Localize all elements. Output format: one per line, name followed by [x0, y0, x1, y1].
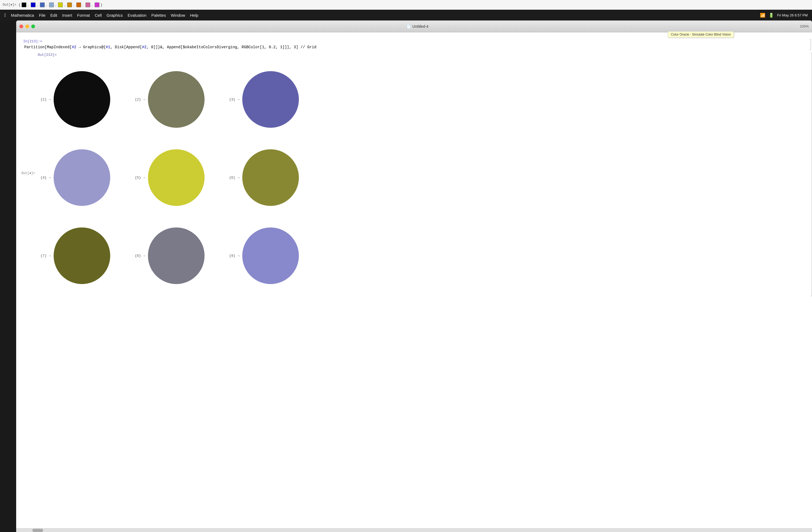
output-cell: Out[♦]= Out[213]= {1} → {2} →: [16, 53, 812, 296]
circle-label-1: {1} →: [40, 98, 51, 102]
mathematica-menu[interactable]: Mathematica: [11, 13, 34, 17]
circle-label-3: {3} →: [229, 98, 240, 102]
apple-icon: : [4, 12, 6, 18]
swatch-sep: ,: [73, 3, 75, 7]
output-content: Out[213]= {1} → {2} → {3} →: [38, 53, 812, 296]
circle-label-4: {4} →: [40, 176, 51, 180]
circle-7: [54, 228, 110, 284]
swatch-9: [95, 2, 99, 7]
wifi-icon: 📶: [760, 13, 765, 18]
evaluation-menu[interactable]: Evaluation: [128, 13, 146, 17]
graphics-menu[interactable]: Graphics: [106, 13, 122, 17]
circle-2: [148, 71, 205, 128]
output-cell-bracket: [811, 53, 812, 296]
circle-9: [242, 228, 299, 284]
input-cell: In[213]:= Partition[MapIndexed[#2 → Grap…: [16, 39, 812, 50]
window-menu[interactable]: Window: [171, 13, 185, 17]
os-bar-right: 📶 🔋 Fri May 26 6:57 PM: [760, 13, 808, 18]
circles-grid: {1} → {2} → {3} → {4} →: [38, 59, 812, 296]
window-controls: [19, 25, 35, 28]
circle-4: [54, 149, 110, 206]
input-label: In[213]:=: [23, 39, 807, 43]
circle-label-5: {5} →: [135, 176, 145, 180]
circle-cell-5: {5} →: [135, 140, 227, 215]
window-titlebar: 📄 Untitled-4 100%: [16, 20, 812, 32]
window-title: 📄 Untitled-4: [406, 24, 429, 29]
os-bar-left:  Mathematica File Edit Insert Format Ce…: [4, 12, 198, 18]
file-menu[interactable]: File: [39, 13, 45, 17]
swatch-sep: ,: [46, 3, 48, 7]
time-label: Fri May 26 6:57 PM: [777, 13, 808, 17]
circle-6: [242, 149, 299, 206]
circle-label-2: {2} →: [135, 98, 145, 102]
mathematica-window: 📄 Untitled-4 100% In[213]:= Partition[Ma…: [16, 20, 812, 532]
circle-5: [148, 149, 205, 206]
swatch-sep: ,: [91, 3, 93, 7]
input-cell-bracket: [810, 39, 811, 50]
notebook-area[interactable]: In[213]:= Partition[MapIndexed[#2 → Grap…: [16, 32, 812, 532]
output-label: Out[213]=: [38, 53, 812, 57]
swatches-row: Out[♦]= { , , , , , , , , }: [0, 0, 812, 10]
edit-menu[interactable]: Edit: [50, 13, 57, 17]
horizontal-scrollbar[interactable]: [16, 528, 812, 532]
circle-3: [242, 71, 299, 128]
window-maximize-button[interactable]: [31, 25, 35, 28]
cell-menu[interactable]: Cell: [95, 13, 102, 17]
circle-label-7: {7} →: [40, 254, 51, 258]
circle-label-9: {9} →: [229, 254, 240, 258]
circle-cell-1: {1} →: [40, 62, 132, 137]
circle-label-8: {8} →: [135, 254, 145, 258]
code-content: Partition[MapIndexed[#2 → Graphics@{#1, …: [24, 44, 807, 50]
circle-cell-2: {2} →: [135, 62, 227, 137]
notebook-icon: 📄: [406, 24, 411, 29]
swatch-brace-close: }: [101, 3, 103, 7]
help-menu[interactable]: Help: [190, 13, 198, 17]
input-code: Partition[MapIndexed[#2 → Graphics@{#1, …: [24, 44, 316, 51]
palettes-menu[interactable]: Palettes: [151, 13, 166, 17]
swatch-brace-open: {: [18, 3, 20, 7]
circle-cell-8: {8} →: [135, 218, 227, 293]
window-close-button[interactable]: [19, 25, 23, 28]
scrollbar-thumb[interactable]: [32, 529, 43, 532]
swatch-3: [40, 2, 45, 7]
swatch-5: [58, 2, 63, 7]
swatch-sep: ,: [28, 3, 30, 7]
swatch-8: [85, 2, 90, 7]
swatch-sep: ,: [64, 3, 66, 7]
circle-cell-7: {7} →: [40, 218, 132, 293]
swatch-4: [49, 2, 54, 7]
swatch-prefix-label: Out[♦]=: [3, 3, 16, 7]
os-menubar:  Mathematica File Edit Insert Format Ce…: [0, 10, 812, 20]
swatch-sep: ,: [37, 3, 39, 7]
insert-menu[interactable]: Insert: [62, 13, 72, 17]
swatch-1: [21, 2, 26, 7]
circle-1: [54, 71, 110, 128]
swatch-6: [67, 2, 72, 7]
circle-cell-6: {6} →: [229, 140, 321, 215]
circle-cell-4: {4} →: [40, 140, 132, 215]
swatch-sep: ,: [55, 3, 57, 7]
circle-cell-9: {9} →: [229, 218, 321, 293]
swatch-2: [31, 2, 35, 7]
tooltip: Color Oracle - Simulate Color Blind Visi…: [668, 31, 734, 38]
circle-cell-3: {3} →: [229, 62, 321, 137]
swatch-sep: ,: [82, 3, 84, 7]
circle-8: [148, 228, 205, 284]
window-minimize-button[interactable]: [25, 25, 29, 28]
circle-label-6: {6} →: [229, 176, 240, 180]
battery-icon: 🔋: [769, 13, 774, 18]
format-menu[interactable]: Format: [77, 13, 90, 17]
out-left-label: Out[♦]=: [16, 53, 38, 296]
swatch-7: [76, 2, 81, 7]
window-zoom: 100%: [800, 24, 809, 28]
